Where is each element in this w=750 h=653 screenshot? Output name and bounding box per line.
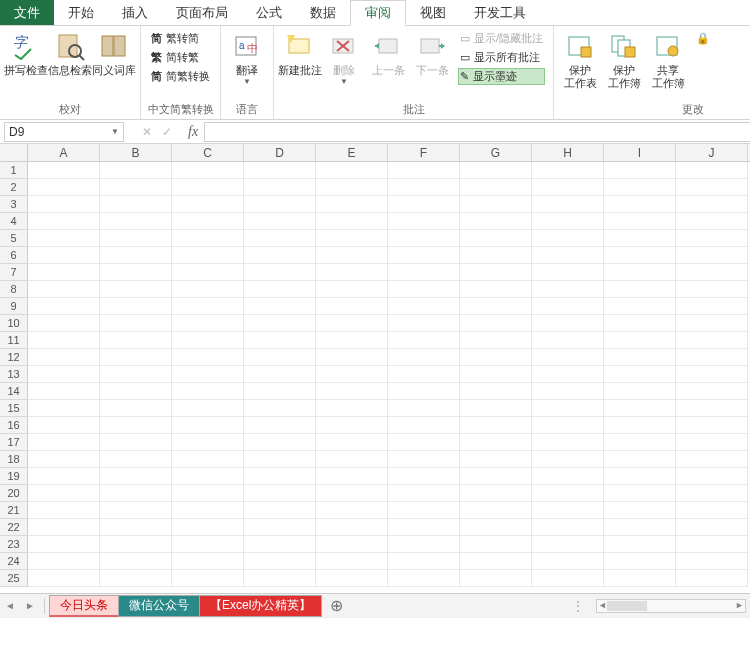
cell[interactable] <box>28 281 100 298</box>
cell[interactable] <box>316 383 388 400</box>
cell[interactable] <box>604 468 676 485</box>
cell[interactable] <box>100 536 172 553</box>
row-header[interactable]: 15 <box>0 400 28 417</box>
cell[interactable] <box>172 519 244 536</box>
cell[interactable] <box>604 502 676 519</box>
cell[interactable] <box>604 196 676 213</box>
cell[interactable] <box>676 502 748 519</box>
cell[interactable] <box>100 434 172 451</box>
cell[interactable] <box>604 519 676 536</box>
cell[interactable] <box>388 502 460 519</box>
cell[interactable] <box>388 400 460 417</box>
cell[interactable] <box>172 298 244 315</box>
tab-view[interactable]: 视图 <box>406 0 460 25</box>
cell[interactable] <box>100 570 172 587</box>
cell[interactable] <box>244 332 316 349</box>
cell[interactable] <box>604 162 676 179</box>
cell[interactable] <box>100 213 172 230</box>
new-comment-button[interactable]: 新建批注 <box>278 28 322 77</box>
cell[interactable] <box>604 179 676 196</box>
cell[interactable] <box>28 247 100 264</box>
cell[interactable] <box>388 536 460 553</box>
cell[interactable] <box>172 196 244 213</box>
cell[interactable] <box>460 468 532 485</box>
cell[interactable] <box>388 230 460 247</box>
cell[interactable] <box>460 366 532 383</box>
cell[interactable] <box>460 536 532 553</box>
row-header[interactable]: 24 <box>0 553 28 570</box>
row-header[interactable]: 22 <box>0 519 28 536</box>
cell[interactable] <box>460 417 532 434</box>
cell[interactable] <box>244 281 316 298</box>
cell[interactable] <box>532 298 604 315</box>
cell[interactable] <box>316 196 388 213</box>
cell[interactable] <box>676 366 748 383</box>
cell[interactable] <box>244 519 316 536</box>
cell[interactable] <box>28 417 100 434</box>
cell[interactable] <box>532 332 604 349</box>
cell[interactable] <box>28 553 100 570</box>
translate-button[interactable]: a中 翻译 ▼ <box>225 28 269 86</box>
cell[interactable] <box>316 434 388 451</box>
cell[interactable] <box>316 570 388 587</box>
cell[interactable] <box>676 383 748 400</box>
cell[interactable] <box>460 247 532 264</box>
cell[interactable] <box>100 196 172 213</box>
cell[interactable] <box>460 213 532 230</box>
cell[interactable] <box>676 298 748 315</box>
cell[interactable] <box>460 298 532 315</box>
cell[interactable] <box>676 485 748 502</box>
cell[interactable] <box>244 485 316 502</box>
row-header[interactable]: 20 <box>0 485 28 502</box>
show-hide-comment-button[interactable]: ▭显示/隐藏批注 <box>458 30 545 47</box>
cell[interactable] <box>676 468 748 485</box>
cell[interactable] <box>244 162 316 179</box>
cell[interactable] <box>388 519 460 536</box>
cell[interactable] <box>172 349 244 366</box>
cell[interactable] <box>460 400 532 417</box>
sheet-menu-icon[interactable]: ⋮ <box>562 599 596 613</box>
row-header[interactable]: 11 <box>0 332 28 349</box>
cell[interactable] <box>28 400 100 417</box>
cnconv-button[interactable]: 简简繁转换 <box>149 68 212 85</box>
cell[interactable] <box>28 230 100 247</box>
cell[interactable] <box>388 570 460 587</box>
cell[interactable] <box>172 417 244 434</box>
cell[interactable] <box>172 179 244 196</box>
cell[interactable] <box>388 366 460 383</box>
cell[interactable] <box>316 485 388 502</box>
row-header[interactable]: 2 <box>0 179 28 196</box>
cell[interactable] <box>28 468 100 485</box>
cell[interactable] <box>388 383 460 400</box>
cell[interactable] <box>604 383 676 400</box>
cell[interactable] <box>532 553 604 570</box>
cell[interactable] <box>316 502 388 519</box>
cell[interactable] <box>460 383 532 400</box>
cell[interactable] <box>532 468 604 485</box>
cell[interactable] <box>388 264 460 281</box>
cell[interactable] <box>172 570 244 587</box>
cell[interactable] <box>316 281 388 298</box>
protect-edit-button[interactable]: 🔒修 <box>694 30 706 47</box>
cell[interactable] <box>28 349 100 366</box>
cell[interactable] <box>604 451 676 468</box>
cell[interactable] <box>604 349 676 366</box>
cell[interactable] <box>676 281 748 298</box>
scroll-right-icon[interactable]: ► <box>735 600 744 610</box>
cell[interactable] <box>532 196 604 213</box>
cell[interactable] <box>532 230 604 247</box>
cell[interactable] <box>676 179 748 196</box>
cell[interactable] <box>244 383 316 400</box>
row-header[interactable]: 12 <box>0 349 28 366</box>
cell[interactable] <box>100 332 172 349</box>
cell[interactable] <box>460 162 532 179</box>
cell[interactable] <box>28 162 100 179</box>
cell[interactable] <box>460 332 532 349</box>
tab-insert[interactable]: 插入 <box>108 0 162 25</box>
cell[interactable] <box>676 264 748 281</box>
cell[interactable] <box>28 213 100 230</box>
cell[interactable] <box>676 519 748 536</box>
cell[interactable] <box>460 485 532 502</box>
tab-home[interactable]: 开始 <box>54 0 108 25</box>
cell[interactable] <box>604 485 676 502</box>
